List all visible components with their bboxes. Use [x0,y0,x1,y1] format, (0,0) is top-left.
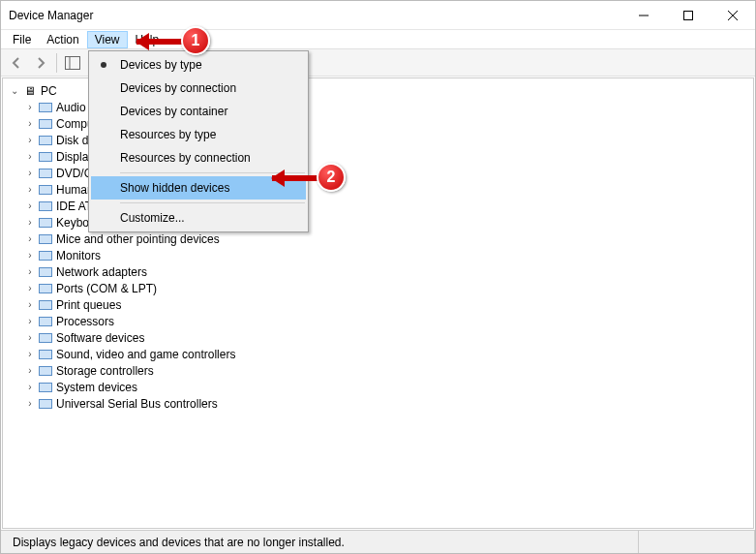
processor-icon [38,314,53,329]
software-icon [38,330,53,346]
expand-icon[interactable]: › [24,250,36,262]
expand-icon[interactable]: › [24,200,36,212]
ide-icon [38,199,53,214]
expand-icon[interactable]: › [24,233,36,245]
menu-view[interactable]: View [87,31,128,48]
expand-icon[interactable]: › [24,217,36,229]
tree-item[interactable]: ›System devices [3,379,753,395]
tree-item-label: Ports (COM & LPT) [56,282,157,295]
menu-bar: File Action View Help [1,30,755,49]
menu-item-label: Resources by type [120,128,216,141]
display-icon [38,149,53,165]
tree-item[interactable]: ›Ports (COM & LPT) [3,280,753,296]
tree-item[interactable]: ›Universal Serial Bus controllers [3,395,753,412]
back-button[interactable] [5,51,28,75]
show-hide-tree-button[interactable] [61,51,84,75]
title-bar: Device Manager [1,1,755,30]
tree-item-label: Monitors [56,249,101,262]
hid-icon [38,182,53,198]
sound-icon [38,347,53,362]
expand-icon[interactable]: › [24,332,36,344]
expand-icon[interactable]: › [24,316,36,327]
tree-item-label: System devices [56,381,137,394]
disk-icon [38,133,53,148]
pc-icon [22,83,38,99]
menu-action[interactable]: Action [39,31,86,48]
expand-icon[interactable]: › [24,398,36,410]
menu-item-label: Resources by connection [120,151,251,165]
menu-item-label: Devices by connection [120,81,236,95]
usb-icon [38,396,53,412]
tree-item-label: Software devices [56,331,144,345]
annotation-badge-1: 1 [181,26,210,55]
computer-icon [38,116,53,132]
menu-devices-by-connection[interactable]: Devices by connection [91,77,306,100]
system-icon [38,380,53,395]
radio-selected-icon [101,62,106,68]
tree-item[interactable]: ›Software devices [3,329,753,346]
tree-root-label: PC [41,84,57,98]
expand-icon[interactable]: › [24,266,36,278]
storage-icon [38,363,53,379]
minimize-button[interactable] [621,1,666,29]
svg-rect-1 [684,11,693,19]
toolbar-separator [56,53,57,73]
menu-devices-by-container[interactable]: Devices by container [91,100,306,123]
expand-icon[interactable]: › [24,102,36,113]
menu-customize[interactable]: Customize... [91,206,306,230]
tree-item[interactable]: ›Mice and other pointing devices [3,231,753,247]
menu-item-label: Devices by container [120,105,227,118]
tree-item[interactable]: ›Processors [3,313,753,329]
tree-item-label: Storage controllers [56,364,154,378]
printer-icon [38,297,53,313]
menu-file[interactable]: File [5,31,39,48]
menu-separator [120,202,305,203]
tree-item[interactable]: ›Sound, video and game controllers [3,346,753,362]
tree-item[interactable]: ›Print queues [3,296,753,313]
expand-icon[interactable]: › [24,118,36,130]
annotation-badge-2: 2 [317,163,346,192]
view-dropdown: Devices by type Devices by connection De… [88,50,309,232]
expand-icon[interactable]: › [24,168,36,179]
mouse-icon [38,231,53,247]
expand-icon[interactable]: › [24,299,36,311]
network-icon [38,264,53,280]
menu-resources-by-connection[interactable]: Resources by connection [91,146,306,169]
tree-item-label: Processors [56,315,114,328]
ports-icon [38,281,53,296]
expand-icon[interactable]: ⌄ [9,85,20,97]
tree-item-label: Universal Serial Bus controllers [56,397,218,411]
annotation-arrow [136,39,183,45]
forward-button[interactable] [29,51,52,75]
expand-icon[interactable]: › [24,365,36,377]
svg-rect-4 [66,56,80,69]
expand-icon[interactable]: › [24,382,36,393]
monitor-icon [38,248,53,263]
status-cell-empty [639,531,755,553]
maximize-button[interactable] [666,1,711,29]
window-controls [621,1,755,29]
menu-resources-by-type[interactable]: Resources by type [91,123,306,146]
expand-icon[interactable]: › [24,184,36,196]
tree-item[interactable]: ›Monitors [3,247,753,263]
tree-item[interactable]: ›Network adapters [3,263,753,280]
audio-icon [38,100,53,115]
menu-item-label: Customize... [120,211,185,225]
tree-item[interactable]: ›Storage controllers [3,362,753,379]
expand-icon[interactable]: › [24,283,36,294]
status-text: Displays legacy devices and devices that… [7,531,639,553]
tree-item-label: Print queues [56,298,121,312]
status-bar: Displays legacy devices and devices that… [1,530,755,553]
tree-item-label: Mice and other pointing devices [56,232,220,246]
keyboard-icon [38,215,53,231]
dvd-icon [38,166,53,181]
expand-icon[interactable]: › [24,135,36,146]
window-title: Device Manager [9,9,621,22]
menu-item-label: Show hidden devices [120,181,229,195]
close-button[interactable] [711,1,755,29]
expand-icon[interactable]: › [24,349,36,360]
menu-item-label: Devices by type [120,58,202,72]
expand-icon[interactable]: › [24,151,36,163]
tree-item-label: Network adapters [56,265,147,279]
menu-devices-by-type[interactable]: Devices by type [91,53,306,77]
